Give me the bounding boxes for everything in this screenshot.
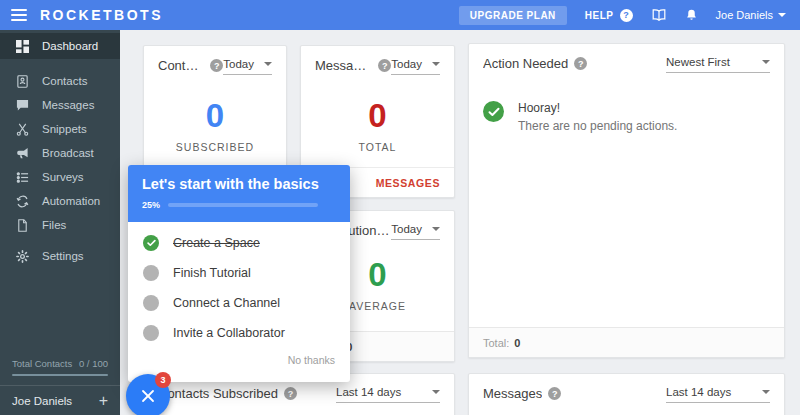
onboarding-step-create-space[interactable]: Create a Space	[128, 228, 350, 258]
close-icon	[140, 388, 156, 404]
sidebar-item-label: Surveys	[42, 171, 84, 183]
total-contacts-value: 0 / 100	[79, 358, 108, 369]
total-label: Total:	[483, 337, 509, 349]
upgrade-plan-button[interactable]: UPGRADE PLAN	[459, 6, 567, 25]
chevron-down-icon	[762, 60, 770, 64]
user-name: Joe Daniels	[716, 9, 773, 21]
messages-chart-card: Messages ? Last 14 days	[468, 373, 785, 415]
sidebar-item-label: Automation	[42, 195, 100, 207]
dashboard-content: Contacts ? Today 0 SUBSCRIBED Messages ?…	[120, 30, 800, 415]
docs-book-icon[interactable]	[651, 8, 667, 22]
snippets-icon	[16, 123, 29, 136]
contacts-icon	[16, 75, 29, 88]
sidebar-item-automation[interactable]: Automation	[0, 189, 120, 213]
select-value: Newest First	[666, 56, 730, 68]
messages-icon	[16, 99, 29, 112]
contacts-metric-label: SUBSCRIBED	[144, 141, 286, 153]
card-title: Action Needed	[483, 56, 568, 71]
step-label: Connect a Channel	[173, 296, 280, 310]
onboarding-checklist-popup: Let's start with the basics 25% Create a…	[128, 165, 350, 382]
chevron-down-icon	[778, 13, 786, 17]
sidebar-item-broadcast[interactable]: Broadcast	[0, 141, 120, 165]
pending-circle-icon	[143, 265, 159, 281]
chevron-down-icon	[432, 227, 440, 231]
help-button[interactable]: HELP ?	[585, 9, 633, 22]
sidebar: Dashboard Contacts Messages Snippets Bro…	[0, 30, 120, 415]
surveys-icon	[16, 171, 29, 184]
hamburger-menu-icon[interactable]	[11, 9, 27, 21]
messages-link-button[interactable]: MESSAGES	[376, 177, 440, 189]
sidebar-item-contacts[interactable]: Contacts	[0, 69, 120, 93]
total-contacts-label: Total Contacts	[12, 358, 72, 369]
onboarding-step-finish-tutorial[interactable]: Finish Tutorial	[128, 258, 350, 288]
brand-logo: ROCKETBOTS	[40, 7, 163, 23]
help-icon[interactable]: ?	[378, 59, 391, 72]
messages-chart-range-select[interactable]: Last 14 days	[666, 386, 770, 403]
card-title: Contacts	[158, 58, 204, 73]
add-space-button[interactable]: +	[99, 393, 108, 409]
total-value: 0	[514, 337, 520, 349]
messages-period-select[interactable]: Today	[391, 58, 440, 75]
user-menu[interactable]: Joe Daniels	[716, 9, 786, 21]
help-icon[interactable]: ?	[548, 387, 561, 400]
settings-icon	[16, 250, 29, 263]
sidebar-item-label: Snippets	[42, 123, 87, 135]
select-value: Today	[391, 223, 422, 235]
dashboard-icon	[16, 40, 29, 53]
action-sort-select[interactable]: Newest First	[666, 56, 770, 73]
sidebar-item-files[interactable]: Files	[0, 213, 120, 237]
contacts-subscribed-range-select[interactable]: Last 14 days	[336, 386, 440, 403]
card-title: Contacts Subscribed	[158, 386, 278, 401]
chevron-down-icon	[762, 390, 770, 394]
sidebar-item-label: Contacts	[42, 75, 87, 87]
empty-state-title: Hooray!	[518, 101, 677, 115]
chevron-down-icon	[432, 62, 440, 66]
select-value: Last 14 days	[336, 386, 401, 398]
help-icon[interactable]: ?	[574, 57, 587, 70]
topbar: ROCKETBOTS UPGRADE PLAN HELP ? Joe Danie…	[0, 0, 800, 30]
sidebar-item-label: Broadcast	[42, 147, 94, 159]
contacts-quota-progressbar	[12, 374, 108, 376]
messages-metric-label: TOTAL	[301, 141, 454, 153]
help-icon[interactable]: ?	[210, 59, 223, 72]
check-circle-icon	[483, 101, 504, 122]
check-circle-icon	[143, 235, 159, 251]
sidebar-item-messages[interactable]: Messages	[0, 93, 120, 117]
notification-count-badge: 3	[155, 372, 171, 388]
action-needed-card: Action Needed ? Newest First Hooray! The…	[468, 43, 785, 358]
onboarding-dismiss-link[interactable]: No thanks	[288, 354, 335, 366]
select-value: Today	[391, 58, 422, 70]
select-value: Today	[223, 58, 254, 70]
sidebar-item-label: Files	[42, 219, 66, 231]
question-circle-icon: ?	[620, 9, 633, 22]
sidebar-item-label: Messages	[42, 99, 94, 111]
step-label: Invite a Collaborator	[173, 326, 285, 340]
onboarding-title: Let's start with the basics	[142, 176, 336, 192]
resolution-period-select[interactable]: Today	[391, 223, 440, 240]
onboarding-step-invite-collaborator[interactable]: Invite a Collaborator	[128, 318, 350, 348]
sidebar-item-surveys[interactable]: Surveys	[0, 165, 120, 189]
contacts-period-select[interactable]: Today	[223, 58, 272, 75]
sidebar-item-snippets[interactable]: Snippets	[0, 117, 120, 141]
automation-icon	[16, 195, 29, 208]
broadcast-icon	[16, 147, 29, 160]
sidebar-user-name: Joe Daniels	[12, 395, 72, 407]
onboarding-progress-label: 25%	[142, 200, 160, 210]
sidebar-item-label: Settings	[42, 250, 84, 262]
pending-circle-icon	[143, 295, 159, 311]
messages-total-value: 0	[301, 97, 454, 135]
chevron-down-icon	[432, 390, 440, 394]
step-label: Create a Space	[173, 236, 260, 250]
contacts-subscribed-value: 0	[144, 97, 286, 135]
sidebar-item-settings[interactable]: Settings	[0, 244, 120, 268]
empty-state-subtitle: There are no pending actions.	[518, 119, 677, 133]
files-icon	[16, 219, 29, 232]
notifications-bell-icon[interactable]	[685, 8, 698, 22]
sidebar-item-label: Dashboard	[42, 40, 98, 52]
step-label: Finish Tutorial	[173, 266, 251, 280]
help-icon[interactable]: ?	[284, 387, 297, 400]
onboarding-step-connect-channel[interactable]: Connect a Channel	[128, 288, 350, 318]
sidebar-item-dashboard[interactable]: Dashboard	[0, 33, 120, 59]
card-title: Messages	[483, 386, 542, 401]
onboarding-progressbar	[168, 203, 318, 207]
